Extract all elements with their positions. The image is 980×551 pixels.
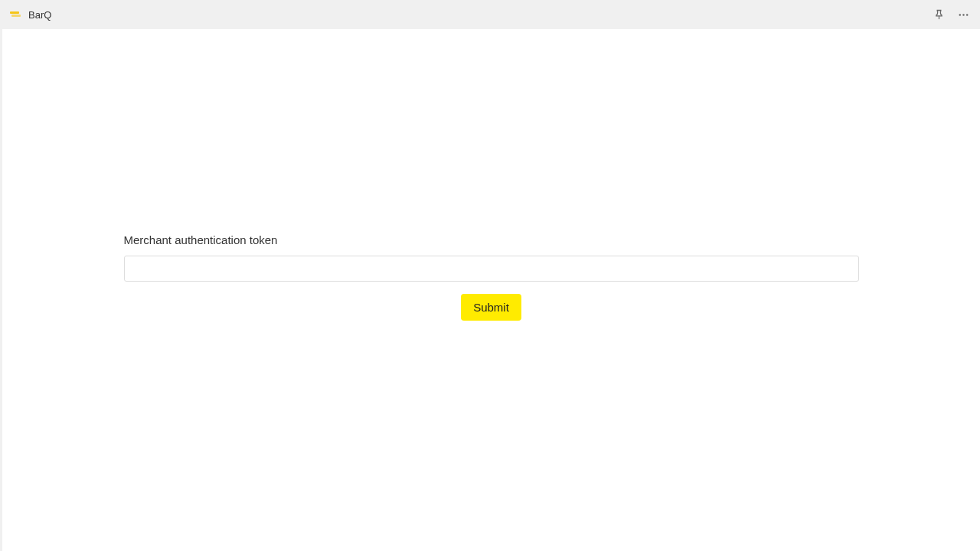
auth-form: Merchant authentication token Submit (124, 29, 859, 321)
app-icon (10, 11, 21, 18)
app-header: BarQ (2, 0, 980, 29)
pin-icon[interactable] (929, 5, 948, 24)
form-actions: Submit (124, 294, 859, 321)
app-title: BarQ (28, 9, 51, 21)
main-content: Merchant authentication token Submit (2, 29, 980, 551)
token-label: Merchant authentication token (124, 233, 859, 246)
svg-point-1 (959, 14, 960, 15)
svg-point-3 (965, 14, 967, 15)
header-right (929, 5, 972, 24)
submit-button[interactable]: Submit (461, 294, 521, 321)
more-icon[interactable] (954, 5, 972, 24)
token-input[interactable] (124, 256, 859, 282)
svg-point-2 (962, 14, 964, 15)
header-left: BarQ (10, 9, 51, 21)
